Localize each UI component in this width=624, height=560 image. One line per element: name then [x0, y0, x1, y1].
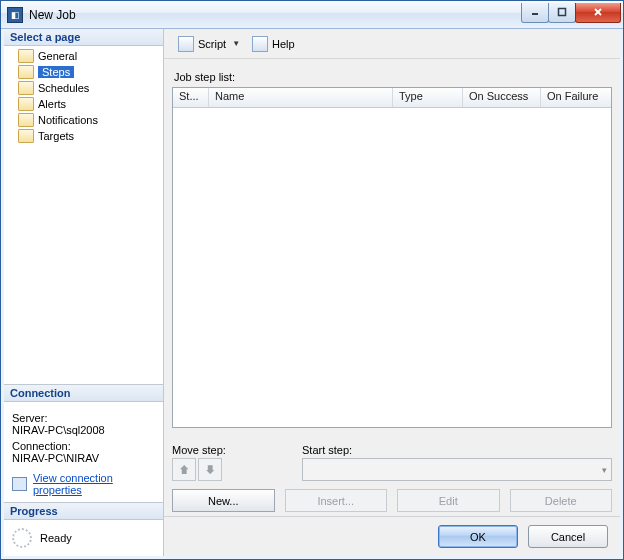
page-icon — [18, 49, 34, 63]
maximize-button[interactable] — [548, 3, 576, 23]
page-item-notifications[interactable]: Notifications — [4, 112, 163, 128]
move-up-button[interactable]: 🡅 — [172, 458, 196, 481]
new-button-label: New... — [208, 495, 239, 507]
server-value: NIRAV-PC\sql2008 — [12, 424, 155, 436]
page-label: Steps — [38, 66, 74, 78]
delete-button-label: Delete — [545, 495, 577, 507]
page-label: General — [38, 50, 77, 62]
edit-button-label: Edit — [439, 495, 458, 507]
insert-button-label: Insert... — [317, 495, 354, 507]
ok-button[interactable]: OK — [438, 525, 518, 548]
start-step-label: Start step: — [302, 444, 612, 456]
script-label: Script — [198, 38, 226, 50]
app-icon: ◧ — [7, 7, 23, 23]
grid-header: St... Name Type On Success On Failure — [173, 88, 611, 108]
arrow-down-icon: 🡇 — [205, 464, 216, 476]
cancel-button[interactable]: Cancel — [528, 525, 608, 548]
help-button[interactable]: Help — [248, 34, 299, 54]
page-item-alerts[interactable]: Alerts — [4, 96, 163, 112]
server-label: Server: — [12, 412, 155, 424]
grid-body — [173, 108, 611, 427]
svg-rect-1 — [559, 9, 566, 16]
select-page-header: Select a page — [4, 29, 163, 46]
chevron-down-icon: ▼ — [232, 39, 240, 48]
help-label: Help — [272, 38, 295, 50]
start-step-combo[interactable]: ▾ — [302, 458, 612, 481]
page-item-steps[interactable]: Steps — [4, 64, 163, 80]
delete-button[interactable]: Delete — [510, 489, 613, 512]
page-label: Schedules — [38, 82, 89, 94]
col-name[interactable]: Name — [209, 88, 393, 107]
col-type[interactable]: Type — [393, 88, 463, 107]
close-button[interactable] — [575, 3, 621, 23]
cancel-label: Cancel — [551, 531, 585, 543]
page-icon — [18, 65, 34, 79]
page-icon — [18, 81, 34, 95]
page-label: Targets — [38, 130, 74, 142]
page-item-general[interactable]: General — [4, 48, 163, 64]
move-down-button[interactable]: 🡇 — [198, 458, 222, 481]
window-title: New Job — [29, 8, 522, 22]
page-icon — [18, 113, 34, 127]
help-icon — [252, 36, 268, 52]
job-step-grid[interactable]: St... Name Type On Success On Failure — [172, 87, 612, 428]
move-step-label: Move step: — [172, 444, 292, 456]
col-on-failure[interactable]: On Failure — [541, 88, 611, 107]
page-list: General Steps Schedules Alerts Notificat… — [4, 46, 163, 146]
edit-button[interactable]: Edit — [397, 489, 500, 512]
insert-button[interactable]: Insert... — [285, 489, 388, 512]
page-icon — [18, 129, 34, 143]
col-on-success[interactable]: On Success — [463, 88, 541, 107]
dialog-footer: OK Cancel — [164, 516, 620, 556]
connection-value: NIRAV-PC\NIRAV — [12, 452, 155, 464]
col-step[interactable]: St... — [173, 88, 209, 107]
view-connection-properties-link[interactable]: View connection properties — [33, 472, 155, 496]
page-label: Notifications — [38, 114, 98, 126]
ok-label: OK — [470, 531, 486, 543]
arrow-up-icon: 🡅 — [179, 464, 190, 476]
right-panel: Script ▼ Help Job step list: St... Name … — [164, 29, 620, 556]
page-icon — [18, 97, 34, 111]
progress-header: Progress — [4, 502, 163, 520]
script-button[interactable]: Script ▼ — [174, 34, 244, 54]
titlebar: ◧ New Job — [1, 1, 623, 29]
job-step-list-label: Job step list: — [174, 71, 610, 83]
connection-properties-icon — [12, 477, 27, 491]
script-icon — [178, 36, 194, 52]
connection-info: Server: NIRAV-PC\sql2008 Connection: NIR… — [4, 402, 163, 502]
progress-spinner-icon — [12, 528, 32, 548]
page-item-schedules[interactable]: Schedules — [4, 80, 163, 96]
chevron-down-icon: ▾ — [602, 465, 607, 475]
progress-status: Ready — [40, 532, 72, 544]
connection-label: Connection: — [12, 440, 155, 452]
page-label: Alerts — [38, 98, 66, 110]
page-item-targets[interactable]: Targets — [4, 128, 163, 144]
new-button[interactable]: New... — [172, 489, 275, 512]
minimize-button[interactable] — [521, 3, 549, 23]
toolbar: Script ▼ Help — [164, 29, 620, 59]
left-panel: Select a page General Steps Schedules Al… — [4, 29, 164, 556]
connection-header: Connection — [4, 384, 163, 402]
